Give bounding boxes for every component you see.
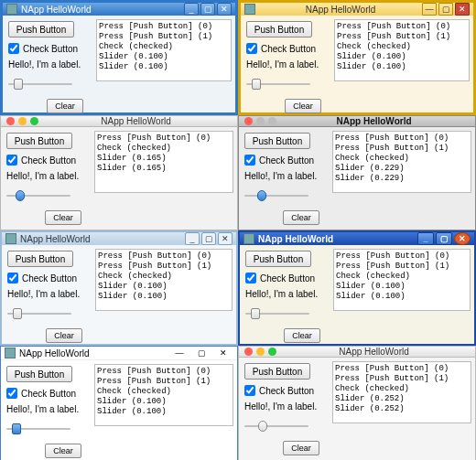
minimize-button[interactable]: — — [169, 347, 189, 359]
check-button-box[interactable] — [244, 385, 255, 396]
close-button[interactable] — [6, 117, 15, 125]
check-button-box[interactable] — [245, 273, 256, 283]
slider-thumb[interactable] — [12, 423, 21, 434]
slider-thumb[interactable] — [257, 190, 266, 201]
minimize-button[interactable]: _ — [417, 232, 434, 245]
check-button[interactable]: Check Button — [6, 388, 87, 399]
clear-button[interactable]: Clear — [285, 99, 321, 113]
hello-label: Hello!, I'm a label. — [244, 171, 325, 181]
slider[interactable] — [7, 306, 71, 321]
title-bar[interactable]: NApp HelloWorld — [239, 347, 475, 358]
maximize-button[interactable]: ▢ — [201, 232, 216, 245]
hello-label: Hello!, I'm a label. — [244, 401, 325, 412]
check-button[interactable]: Check Button — [244, 385, 325, 396]
check-button-box[interactable] — [246, 43, 257, 54]
slider[interactable] — [8, 77, 72, 91]
maximize-button[interactable]: ▢ — [436, 232, 452, 245]
slider-thumb[interactable] — [13, 308, 22, 319]
window-title: NApp HelloWorld — [38, 116, 233, 126]
slider[interactable] — [245, 306, 309, 321]
check-button[interactable]: Check Button — [8, 43, 89, 54]
slider-thumb[interactable] — [14, 79, 23, 90]
app-icon — [5, 348, 16, 358]
slider-thumb[interactable] — [258, 421, 267, 432]
clear-button[interactable]: Clear — [45, 444, 81, 458]
title-bar[interactable]: NApp HelloWorld _ ▢ ✕ — [2, 232, 236, 245]
slider[interactable] — [6, 188, 70, 203]
clear-button[interactable]: Clear — [47, 99, 83, 113]
app-icon — [244, 4, 255, 15]
push-button[interactable]: Push Button — [245, 251, 311, 267]
check-button-box[interactable] — [8, 43, 19, 54]
slider-thumb[interactable] — [16, 190, 25, 201]
close-button[interactable] — [244, 117, 253, 125]
title-bar[interactable]: NApp HelloWorld — ▢ ✕ — [241, 3, 473, 16]
close-button[interactable]: ✕ — [217, 3, 232, 16]
log-line: Slider (0.100) — [336, 282, 468, 292]
check-button-box[interactable] — [244, 155, 255, 166]
maximize-button[interactable]: ▢ — [191, 347, 211, 359]
push-button[interactable]: Push Button — [246, 21, 312, 37]
close-button[interactable]: ✕ — [455, 3, 470, 16]
slider[interactable] — [246, 77, 310, 91]
clear-button[interactable]: Clear — [283, 441, 319, 455]
zoom-button[interactable] — [30, 117, 38, 125]
check-button[interactable]: Check Button — [245, 273, 326, 283]
minimize-button[interactable] — [18, 117, 27, 125]
log-line: Check (checked) — [335, 384, 469, 394]
push-button[interactable]: Push Button — [8, 21, 74, 37]
check-button-label: Check Button — [261, 44, 316, 54]
push-button[interactable]: Push Button — [6, 133, 72, 149]
slider[interactable] — [6, 422, 70, 436]
minimize-button[interactable]: _ — [185, 232, 200, 245]
log-line: Press [Push Button] (1) — [97, 377, 231, 387]
check-button[interactable]: Check Button — [7, 273, 88, 283]
log-line: Check (checked) — [99, 42, 229, 52]
minimize-button[interactable] — [256, 348, 265, 356]
slider[interactable] — [244, 188, 308, 203]
title-bar[interactable]: NApp HelloWorld _ ▢ ✕ — [3, 3, 235, 16]
check-button[interactable]: Check Button — [244, 155, 325, 166]
clear-button[interactable]: Clear — [284, 328, 320, 343]
close-button[interactable]: ✕ — [454, 232, 471, 245]
slider-thumb[interactable] — [252, 79, 261, 90]
slider-track — [244, 195, 308, 197]
log-line: Slider (0.100) — [99, 52, 229, 62]
minimize-button[interactable]: _ — [184, 3, 199, 16]
log-line: Press [Push Button] (0) — [336, 251, 468, 262]
app-window: NApp HelloWorld — ▢ ✕ Push Button Check … — [238, 0, 476, 115]
clear-button[interactable]: Clear — [46, 328, 82, 343]
check-button-box[interactable] — [6, 155, 17, 166]
close-button[interactable]: ✕ — [218, 232, 233, 245]
maximize-button[interactable]: ▢ — [438, 3, 453, 16]
check-button-box[interactable] — [7, 273, 18, 283]
push-button[interactable]: Push Button — [244, 363, 310, 380]
minimize-button[interactable]: — — [422, 3, 437, 16]
zoom-button[interactable] — [268, 117, 276, 125]
check-button[interactable]: Check Button — [6, 155, 87, 166]
zoom-button[interactable] — [268, 348, 276, 356]
log-line: Press [Push Button] (1) — [99, 32, 229, 42]
title-bar[interactable]: NApp HelloWorld — [1, 116, 237, 127]
check-button[interactable]: Check Button — [246, 43, 327, 54]
minimize-button[interactable] — [256, 117, 265, 125]
slider[interactable] — [244, 419, 308, 433]
maximize-button[interactable]: ▢ — [200, 3, 215, 16]
log-line: Check (checked) — [336, 272, 468, 282]
slider-thumb[interactable] — [251, 308, 260, 319]
push-button[interactable]: Push Button — [6, 366, 72, 382]
clear-button[interactable]: Clear — [45, 210, 81, 225]
title-bar[interactable]: NApp HelloWorld — ▢ ✕ — [1, 347, 237, 360]
close-button[interactable] — [244, 348, 253, 356]
push-button[interactable]: Push Button — [7, 251, 73, 267]
log-line: Slider (0.165) — [97, 154, 231, 164]
check-button-label: Check Button — [259, 155, 314, 166]
window-title: NApp HelloWorld — [259, 5, 422, 15]
close-button[interactable]: ✕ — [213, 347, 233, 359]
title-bar[interactable]: NApp HelloWorld _ ▢ ✕ — [240, 232, 474, 245]
hello-label: Hello!, I'm a label. — [6, 171, 87, 181]
title-bar[interactable]: NApp HelloWorld — [239, 116, 475, 127]
push-button[interactable]: Push Button — [244, 133, 310, 149]
clear-button[interactable]: Clear — [283, 210, 319, 225]
check-button-box[interactable] — [6, 388, 17, 399]
